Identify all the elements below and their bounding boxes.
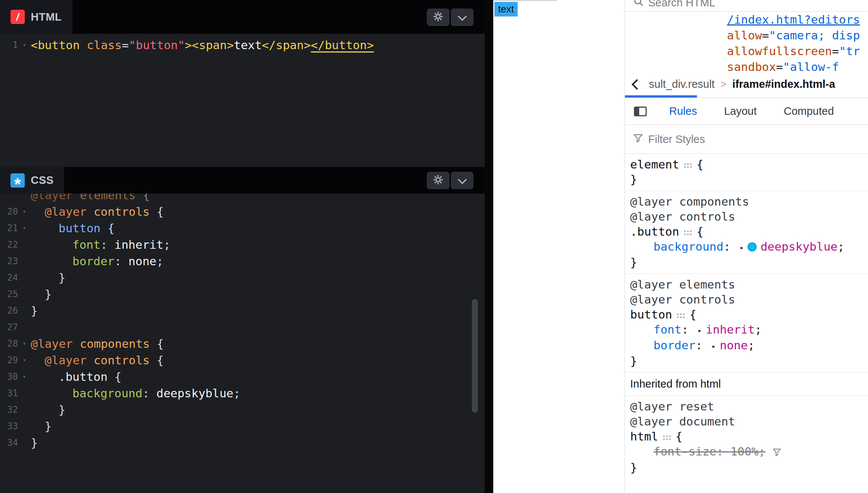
closing-brace: } — [630, 172, 863, 187]
property-name[interactable]: border — [653, 338, 695, 352]
code-text: @layer elements { — [31, 194, 150, 203]
code-line[interactable]: 26} — [0, 302, 485, 319]
color-swatch[interactable] — [748, 242, 757, 251]
code-line[interactable]: 20▾@layer controls { — [0, 203, 485, 220]
css-editor-scrollbar-thumb[interactable] — [472, 299, 478, 413]
code-line[interactable]: 22font: inherit; — [0, 236, 485, 253]
tab-rules[interactable]: Rules — [669, 105, 697, 117]
rule-block: @layer reset@layer documenthtml{font-siz… — [625, 396, 868, 479]
selector-highlight-icon[interactable] — [677, 307, 685, 322]
fold-gutter — [18, 253, 31, 269]
devtools-panel: Search HTML /index.html?editorsallow="ca… — [625, 0, 868, 493]
sidebar-toggle-icon[interactable] — [634, 107, 647, 116]
filter-placeholder: Filter Styles — [648, 133, 705, 146]
devtools-search-bar[interactable]: Search HTML — [625, 0, 868, 12]
breadcrumb-parent-item[interactable]: sult_div.result — [649, 78, 715, 90]
fold-gutter — [18, 286, 31, 302]
rule-selector[interactable]: button — [630, 308, 672, 321]
markup-line[interactable]: allowfullscreen="tr — [727, 43, 868, 59]
preview-button[interactable]: text — [494, 2, 518, 17]
line-number: 20 — [0, 203, 18, 220]
tab-layout[interactable]: Layout — [724, 105, 757, 117]
property-value[interactable]: inherit — [706, 323, 755, 336]
fold-arrow-icon[interactable]: ▾ — [18, 203, 31, 220]
code-line[interactable]: 29▾@layer controls { — [0, 352, 485, 368]
declaration[interactable]: border: ▸none; — [653, 338, 755, 352]
code-line[interactable]: @layer elements { — [0, 194, 485, 203]
line-number: 27 — [0, 319, 18, 335]
token: { — [150, 205, 164, 218]
devtools-markup-view[interactable]: /index.html?editorsallow="camera; dispal… — [625, 12, 868, 71]
fold-gutter — [18, 302, 31, 319]
expand-arrow-icon[interactable]: ▸ — [740, 240, 744, 255]
fold-arrow-icon[interactable]: ▾ — [18, 352, 31, 368]
html-code-area[interactable]: 1▾<button class="button"><span>text</spa… — [0, 34, 485, 167]
preview-pane: text — [493, 0, 625, 493]
rule-block: @layer elements@layer controlsbutton{fon… — [625, 274, 868, 373]
filter-styles-input[interactable]: Filter Styles — [625, 125, 868, 154]
overridden-filter-icon[interactable] — [772, 446, 781, 459]
token: } — [45, 419, 52, 433]
markup-line[interactable]: /index.html?editors — [727, 12, 868, 27]
expand-arrow-icon[interactable]: ▸ — [712, 338, 716, 353]
token: border — [72, 254, 114, 268]
expand-arrow-icon[interactable]: ▸ — [698, 323, 702, 338]
code-line[interactable]: 27 — [0, 319, 485, 335]
property-name[interactable]: font — [653, 323, 682, 336]
css-settings-button[interactable] — [427, 172, 449, 189]
fold-arrow-icon[interactable]: ▾ — [18, 37, 31, 53]
property-value[interactable]: 100% — [730, 445, 758, 458]
rule-block: element{} — [625, 154, 868, 191]
markup-line[interactable]: allow="camera; disp — [727, 27, 868, 43]
declaration[interactable]: background: ▸deepskyblue; — [653, 240, 844, 253]
property-name[interactable]: font-size — [653, 445, 716, 458]
declaration[interactable]: font: ▸inherit; — [653, 323, 762, 336]
breadcrumb-selected-item[interactable]: iframe#index.html-a — [732, 78, 835, 90]
declaration[interactable]: font-size: 100%; — [653, 445, 766, 458]
code-line[interactable]: 21▾button { — [0, 220, 485, 236]
code-line[interactable]: 32} — [0, 401, 485, 418]
property-value[interactable]: deepskyblue — [760, 240, 837, 253]
code-line[interactable]: 33} — [0, 418, 485, 434]
token: "button" — [129, 38, 185, 52]
code-text: } — [31, 286, 52, 302]
screen: / HTML 1▾<button class="button"><span>te… — [0, 0, 868, 493]
fold-arrow-icon[interactable]: ▾ — [18, 220, 31, 236]
code-line[interactable]: 28▾@layer components { — [0, 335, 485, 352]
rule-selector[interactable]: html — [630, 430, 658, 443]
selector-highlight-icon[interactable] — [684, 157, 692, 172]
rule-selector[interactable]: element — [630, 158, 679, 171]
code-line[interactable]: 24} — [0, 269, 485, 286]
code-line[interactable]: 1▾<button class="button"><span>text</spa… — [0, 37, 485, 53]
fold-gutter — [18, 434, 31, 451]
property-value[interactable]: none — [720, 338, 748, 352]
fold-arrow-icon[interactable]: ▾ — [18, 335, 31, 352]
breadcrumb-back-button[interactable] — [625, 71, 646, 98]
css-code-area[interactable]: @layer elements {20▾@layer controls {21▾… — [0, 194, 485, 493]
css-panel-tab[interactable]: * CSS — [0, 167, 64, 194]
line-number: 22 — [0, 236, 18, 253]
fold-arrow-icon[interactable]: ▾ — [18, 368, 31, 385]
at-rule-line: @layer elements — [630, 277, 863, 292]
selector-highlight-icon[interactable] — [684, 224, 692, 239]
panel-resize-divider[interactable] — [485, 0, 493, 493]
rule-selector[interactable]: .button — [630, 225, 679, 238]
code-line[interactable]: 31background: deepskyblue; — [0, 385, 485, 401]
code-line[interactable]: 23border: none; — [0, 253, 485, 269]
fold-gutter — [18, 401, 31, 418]
html-collapse-button[interactable] — [451, 9, 473, 26]
property-name[interactable]: background — [653, 240, 724, 253]
selector-highlight-icon[interactable] — [663, 429, 671, 444]
css-collapse-button[interactable] — [451, 172, 473, 189]
token: allow — [727, 29, 762, 42]
token: > — [185, 38, 192, 52]
code-text: border: none; — [31, 253, 164, 269]
code-line[interactable]: 34} — [0, 434, 485, 451]
html-settings-button[interactable] — [427, 9, 449, 26]
tab-computed[interactable]: Computed — [784, 105, 834, 117]
code-line[interactable]: 30▾.button { — [0, 368, 485, 385]
markup-line[interactable]: sandbox="allow-f — [727, 59, 868, 71]
token — [80, 38, 87, 52]
html-panel-tab[interactable]: / HTML — [0, 0, 72, 34]
code-line[interactable]: 25} — [0, 286, 485, 302]
